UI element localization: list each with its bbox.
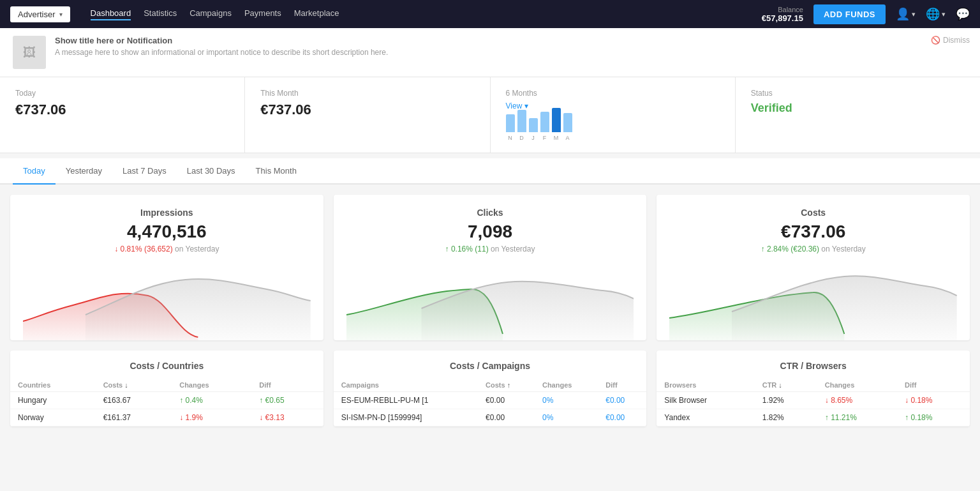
countries-col-costs[interactable]: Costs (96, 379, 172, 392)
clicks-title: Clicks (346, 208, 634, 218)
this-month-value: €737.06 (260, 102, 474, 118)
status-card: Status Verified (736, 77, 980, 153)
language-icon[interactable]: 🌐 ▾ (926, 7, 946, 21)
browser-diff: ↓ 0.18% (897, 392, 970, 409)
country-costs: €163.67 (96, 392, 172, 409)
balance-label: Balance (762, 6, 803, 13)
campaign-costs: €0.00 (478, 392, 535, 409)
tab-last7days[interactable]: Last 7 Days (112, 158, 177, 185)
tab-thismonth[interactable]: This Month (246, 158, 307, 185)
notifications-icon[interactable]: 💬 (956, 7, 970, 21)
costs-chart (669, 264, 957, 340)
browsers-table-header: Browsers CTR Changes Diff (657, 379, 970, 392)
month-bar (552, 108, 561, 132)
dismiss-icon: 🚫 (931, 36, 940, 45)
costs-value: €737.06 (669, 222, 957, 242)
browsers-col-ctr[interactable]: CTR (755, 379, 817, 392)
table-row: ES-EUM-REBLL-PU-M [1 €0.00 0% €0.00 (334, 392, 647, 409)
countries-col-changes[interactable]: Changes (172, 379, 251, 392)
nav-payments[interactable]: Payments (244, 6, 281, 23)
campaigns-col-campaign[interactable]: Campaigns (334, 379, 478, 392)
countries-col-country[interactable]: Countries (10, 379, 96, 392)
browser-diff: ↑ 0.18% (897, 409, 970, 427)
impressions-change-arrow: ↓ (114, 245, 120, 253)
impressions-change: ↓ 0.81% (36,652) on Yesterday (23, 245, 311, 253)
clicks-change: ↑ 0.16% (11) on Yesterday (346, 245, 634, 253)
browser-ctr: 1.92% (755, 392, 817, 409)
browser-changes: ↑ 11.21% (817, 409, 897, 427)
metrics-section: Impressions 4,470,516 ↓ 0.81% (36,652) o… (0, 185, 980, 345)
view-link[interactable]: View ▾ (506, 102, 720, 110)
top-navigation: Advertiser ▾ Dashboard Statistics Campai… (0, 0, 980, 28)
nav-dashboard[interactable]: Dashboard (91, 6, 131, 23)
country-changes: ↓ 1.9% (172, 409, 251, 427)
impressions-area-chart (23, 264, 311, 340)
banner-title: Show title here or Notification (55, 36, 967, 45)
status-value: Verified (751, 102, 965, 115)
browsers-col-diff[interactable]: Diff (897, 379, 970, 392)
campaign-changes: 0% (535, 392, 598, 409)
add-funds-button[interactable]: ADD FUNDS (813, 4, 886, 24)
dismiss-button[interactable]: 🚫 Dismiss (931, 36, 970, 45)
browsers-col-browser[interactable]: Browsers (657, 379, 754, 392)
dismiss-label: Dismiss (943, 36, 970, 45)
browser-name: Silk Browser (657, 392, 754, 409)
month-bar-group: D (517, 110, 526, 141)
campaign-name: SI-ISM-PN-D [1599994] (334, 409, 478, 427)
browsers-col-changes[interactable]: Changes (817, 379, 897, 392)
browsers-table-title: CTR / Browsers (657, 361, 970, 371)
nav-campaigns[interactable]: Campaigns (189, 6, 232, 23)
month-label: F (543, 135, 547, 141)
costs-area-chart (669, 264, 957, 340)
country-name: Norway (10, 409, 96, 427)
countries-table-card: Costs / Countries Countries Costs Change… (10, 351, 323, 427)
user-icon[interactable]: 👤 ▾ (896, 7, 916, 21)
campaigns-table-title: Costs / Campaigns (334, 361, 647, 371)
campaigns-table-header: Campaigns Costs Changes Diff (334, 379, 647, 392)
campaigns-col-costs[interactable]: Costs (478, 379, 535, 392)
table-row: SI-ISM-PN-D [1599994] €0.00 0% €0.00 (334, 409, 647, 427)
browser-changes: ↓ 8.65% (817, 392, 897, 409)
countries-col-diff[interactable]: Diff (251, 379, 323, 392)
balance-info: Balance €57,897.15 (762, 6, 803, 23)
nav-marketplace[interactable]: Marketplace (294, 6, 339, 23)
advertiser-selector[interactable]: Advertiser ▾ (10, 6, 70, 22)
months-chart: NDJFMA (506, 116, 720, 141)
campaign-name: ES-EUM-REBLL-PU-M [1 (334, 392, 478, 409)
tab-last30days[interactable]: Last 30 Days (177, 158, 246, 185)
month-label: J (531, 135, 535, 141)
campaigns-col-diff[interactable]: Diff (598, 379, 646, 392)
month-bar (540, 112, 549, 132)
month-bar (517, 110, 526, 132)
month-label: D (519, 135, 524, 141)
today-label: Today (15, 89, 229, 98)
tab-yesterday[interactable]: Yesterday (56, 158, 112, 185)
campaigns-table-card: Costs / Campaigns Campaigns Costs Change… (334, 351, 647, 427)
time-tabs: Today Yesterday Last 7 Days Last 30 Days… (0, 158, 980, 185)
countries-table: Countries Costs Changes Diff Hungary €16… (10, 379, 323, 427)
month-bar-group: F (540, 112, 549, 141)
country-costs: €161.37 (96, 409, 172, 427)
advertiser-label: Advertiser (18, 10, 56, 19)
clicks-change-pct: 0.16% (451, 245, 473, 253)
browsers-table: Browsers CTR Changes Diff Silk Browser 1… (657, 379, 970, 427)
campaign-diff: €0.00 (598, 392, 646, 409)
tab-today[interactable]: Today (13, 158, 56, 185)
country-diff: ↓ €3.13 (251, 409, 323, 427)
clicks-card: Clicks 7,098 ↑ 0.16% (11) on Yesterday (334, 195, 647, 340)
this-month-card: This Month €737.06 (245, 77, 490, 153)
costs-card: Costs €737.06 ↑ 2.84% (€20.36) on Yester… (657, 195, 970, 340)
month-bar (529, 118, 538, 132)
month-bar-group: J (529, 118, 538, 141)
nav-statistics[interactable]: Statistics (144, 6, 177, 23)
month-label: M (554, 135, 559, 141)
campaigns-col-changes[interactable]: Changes (535, 379, 598, 392)
banner-image: 🖼 (13, 36, 46, 69)
table-row: Yandex 1.82% ↑ 11.21% ↑ 0.18% (657, 409, 970, 427)
status-label: Status (751, 89, 965, 98)
view-label: View (506, 102, 523, 110)
month-bar (506, 114, 515, 132)
month-label: A (565, 135, 569, 141)
chevron-down-icon: ▾ (524, 102, 528, 110)
table-row: Norway €161.37 ↓ 1.9% ↓ €3.13 (10, 409, 323, 427)
